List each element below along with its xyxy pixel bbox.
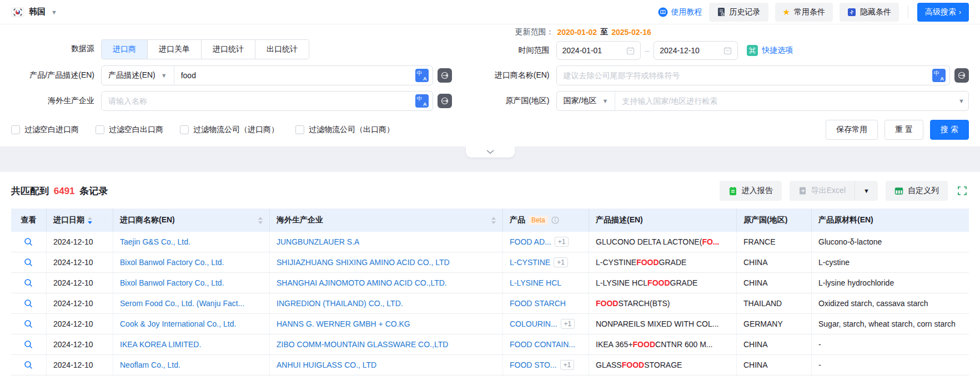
export-options-dropdown[interactable]: ▼ xyxy=(855,181,878,201)
plus-count-badge[interactable]: +1 xyxy=(555,237,569,247)
importer-link[interactable]: IKEA KOREA LIMITED. xyxy=(120,340,201,349)
korea-flag-icon xyxy=(11,6,24,19)
table-row: 2024-12-10 Bixol Banwol Factory Co., Ltd… xyxy=(11,273,969,293)
fullscreen-button[interactable] xyxy=(956,184,969,197)
product-search-type-select[interactable]: 产品描述(EN) ▼ xyxy=(102,66,174,85)
info-icon[interactable] xyxy=(551,216,559,224)
importer-link[interactable]: Neoflam Co., Ltd. xyxy=(120,360,180,369)
tutorial-link[interactable]: 使用教程 xyxy=(658,7,702,17)
translate-icon[interactable]: 中A xyxy=(415,69,429,82)
product-link[interactable]: FOOD AD... xyxy=(510,237,551,246)
synonym-toggle-icon[interactable] xyxy=(438,94,452,108)
product-link[interactable]: COLOURIN... xyxy=(510,319,557,328)
origin-country-cell: GERMANY xyxy=(737,314,812,334)
results-section: 共匹配到 6491 条记录 进入报告 导出Excel xyxy=(0,172,980,375)
product-description-cell: FOOD STARCH(BTS) xyxy=(589,293,737,313)
plus-count-badge[interactable]: +1 xyxy=(561,319,575,329)
product-link[interactable]: FOOD STARCH xyxy=(510,299,566,308)
collapse-arrows-icon xyxy=(847,8,856,17)
view-record-button[interactable] xyxy=(24,278,33,288)
product-description-cell: GLUCONO DELTA LACTONE(FO... xyxy=(589,232,737,252)
product-link[interactable]: FOOD CONTAIN... xyxy=(510,340,575,349)
importer-link[interactable]: Cook & Joy International Co., Ltd. xyxy=(120,319,236,328)
datasource-label: 数据源 xyxy=(11,44,94,54)
date-separator: – xyxy=(645,46,650,55)
checkbox-filter-blank-exporter[interactable]: 过滤空白出口商 xyxy=(96,125,163,135)
enter-report-button[interactable]: 进入报告 xyxy=(720,181,782,201)
manufacturer-link[interactable]: HANNS G. WERNER GMBH + CO.KG xyxy=(277,319,410,328)
date-to-input[interactable]: 2024-12-10 xyxy=(654,41,738,60)
collapse-filter-button[interactable] xyxy=(466,146,515,158)
product-material-cell: Sugar, starch, wheat starch, corn starch xyxy=(812,314,969,334)
importer-link[interactable]: Bixol Banwol Factory Co., Ltd. xyxy=(120,278,224,287)
product-link[interactable]: FOOD STO... xyxy=(510,360,557,369)
importer-link[interactable]: Taejin G&S Co., Ltd. xyxy=(120,237,190,246)
view-record-button[interactable] xyxy=(24,319,33,329)
origin-type-select[interactable]: 国家/地区 ▼ xyxy=(557,92,616,110)
column-header-importer[interactable]: 进口商名称(EN) xyxy=(113,209,270,232)
table-row: 2024-12-10 IKEA KOREA LIMITED. ZIBO COMM… xyxy=(11,334,969,355)
search-button[interactable]: 搜 索 xyxy=(930,120,969,140)
hide-conditions-button[interactable]: 隐藏条件 xyxy=(840,3,899,22)
view-record-button[interactable] xyxy=(24,258,33,267)
favorites-button[interactable]: ★ 常用条件 xyxy=(775,3,833,22)
save-favorite-button[interactable]: 保存常用 xyxy=(826,120,878,140)
synonym-toggle-icon[interactable] xyxy=(954,68,969,83)
translate-icon[interactable]: 中A xyxy=(415,94,429,108)
translate-icon[interactable]: 中A xyxy=(932,69,946,82)
reset-button[interactable]: 重 置 xyxy=(884,120,923,140)
country-selector[interactable]: 韩国 ▼ xyxy=(11,6,57,19)
product-link[interactable]: L-CYSTINE xyxy=(510,258,550,267)
manufacturer-link[interactable]: INGREDION (THAILAND) CO., LTD. xyxy=(277,299,403,308)
manufacturer-link[interactable]: ANHUI HUIGLASS CO., LTD xyxy=(277,360,376,369)
tab-import-statistics[interactable]: 进口统计 xyxy=(201,40,255,59)
highlighted-keyword: FO... xyxy=(702,237,719,246)
manufacturer-link[interactable]: JUNGBUNZLAUER S.A xyxy=(277,237,359,246)
custom-columns-button[interactable]: 自定义列 xyxy=(886,181,948,201)
export-excel-button[interactable]: 导出Excel xyxy=(790,181,855,201)
plus-count-badge[interactable]: +1 xyxy=(560,360,575,370)
expand-icon xyxy=(957,186,967,196)
column-header-material: 产品原材料(EN) xyxy=(812,209,969,232)
checkbox-icon xyxy=(180,125,189,134)
sort-icons[interactable] xyxy=(491,217,496,224)
manufacturer-link[interactable]: SHIJIAZHUANG SHIXING AMINO ACID CO., LTD xyxy=(277,258,450,267)
date-from-input[interactable]: 2024-01-01 xyxy=(556,41,641,60)
plus-count-badge[interactable]: +1 xyxy=(554,257,568,267)
tab-export-statistics[interactable]: 出口统计 xyxy=(255,40,309,59)
magnifier-icon xyxy=(24,319,33,329)
update-range-to: 2025-02-16 xyxy=(611,28,651,37)
view-record-button[interactable] xyxy=(24,360,33,370)
checkbox-filter-logistics-exporter[interactable]: 过滤物流公司（出口商） xyxy=(295,125,394,135)
checkbox-filter-logistics-importer[interactable]: 过滤物流公司（进口商） xyxy=(180,125,279,135)
column-header-import-date[interactable]: 进口日期 xyxy=(47,209,113,232)
sort-icons[interactable] xyxy=(88,217,92,224)
product-description-cell: IKEA 365+ FOOD CNTNR 600 M... xyxy=(589,334,737,354)
results-toolbar: 进入报告 导出Excel ▼ xyxy=(720,181,969,201)
tab-import-declarations[interactable]: 进口关单 xyxy=(147,40,201,59)
column-header-manufacturer[interactable]: 海外生产企业 xyxy=(270,209,503,232)
importer-link[interactable]: Serom Food Co., Ltd. (Wanju Fact... xyxy=(120,299,244,308)
sort-icons[interactable] xyxy=(258,217,263,224)
history-button[interactable]: 历史记录 xyxy=(709,3,768,22)
product-search-input[interactable] xyxy=(174,66,415,85)
advanced-search-button[interactable]: 高级搜索 › xyxy=(917,3,969,22)
checkbox-filter-blank-importer[interactable]: 过滤空白进口商 xyxy=(11,125,79,135)
origin-search-input[interactable] xyxy=(615,92,958,110)
table-row: 2024-12-10 Bixol Banwol Factory Co., Ltd… xyxy=(11,252,969,273)
importer-link[interactable]: Bixol Banwol Factory Co., Ltd. xyxy=(120,258,224,267)
tab-importers[interactable]: 进口商 xyxy=(102,40,147,59)
magnifier-icon xyxy=(24,360,33,370)
view-record-button[interactable] xyxy=(24,340,33,349)
manufacturer-link[interactable]: SHANGHAI AJINOMOTO AMINO ACID CO.,LTD. xyxy=(277,278,447,287)
view-record-button[interactable] xyxy=(24,237,33,247)
synonym-toggle-icon[interactable] xyxy=(438,68,452,83)
product-link[interactable]: L-LYSINE HCL xyxy=(510,278,561,287)
manufacturer-search-input[interactable] xyxy=(102,92,415,110)
checkbox-icon xyxy=(295,125,304,134)
quick-options-button[interactable]: 快捷选项 xyxy=(747,45,793,56)
view-record-button[interactable] xyxy=(24,299,33,308)
importer-search-input[interactable] xyxy=(557,66,933,85)
manufacturer-link[interactable]: ZIBO COMM-MOUNTAIN GLASSWARE CO.,LTD xyxy=(277,340,448,349)
country-name: 韩国 xyxy=(29,7,46,17)
